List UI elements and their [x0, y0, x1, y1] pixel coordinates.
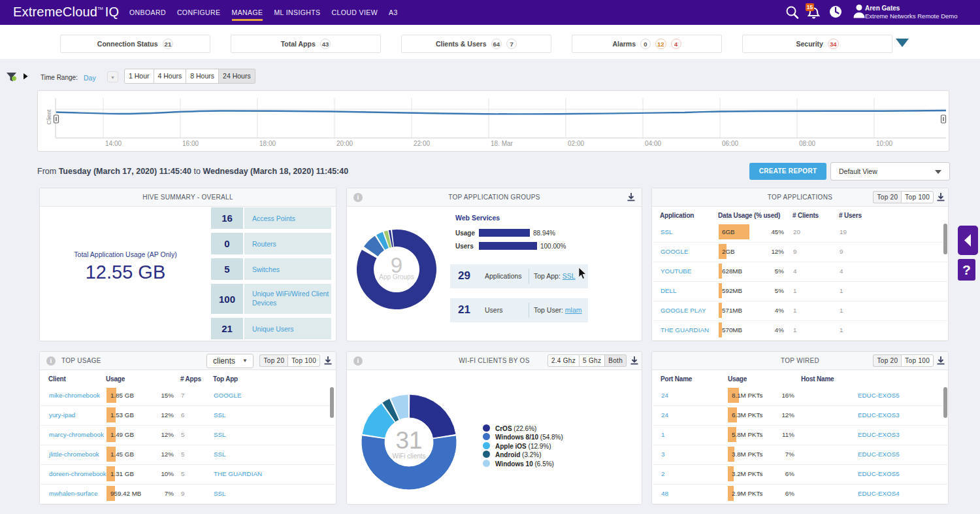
svg-text:22:00: 22:00 — [414, 140, 430, 147]
svg-text:18. Mar: 18. Mar — [491, 140, 514, 147]
svg-text:14:00: 14:00 — [105, 140, 122, 147]
svg-text:App Groups: App Groups — [379, 273, 414, 281]
svg-text:18:00: 18:00 — [259, 140, 276, 147]
svg-text:31: 31 — [395, 427, 422, 454]
svg-text:10:00: 10:00 — [876, 140, 892, 147]
svg-text:16:00: 16:00 — [182, 140, 199, 147]
svg-text:08:00: 08:00 — [799, 140, 815, 147]
svg-text:WiFi clients: WiFi clients — [392, 453, 425, 460]
svg-text:02:00: 02:00 — [568, 140, 584, 147]
svg-text:15: 15 — [807, 4, 813, 10]
svg-text:06:00: 06:00 — [722, 140, 738, 147]
svg-text:Client: Client — [46, 109, 52, 125]
svg-text:04:00: 04:00 — [645, 140, 661, 147]
svg-text:20:00: 20:00 — [336, 140, 353, 147]
